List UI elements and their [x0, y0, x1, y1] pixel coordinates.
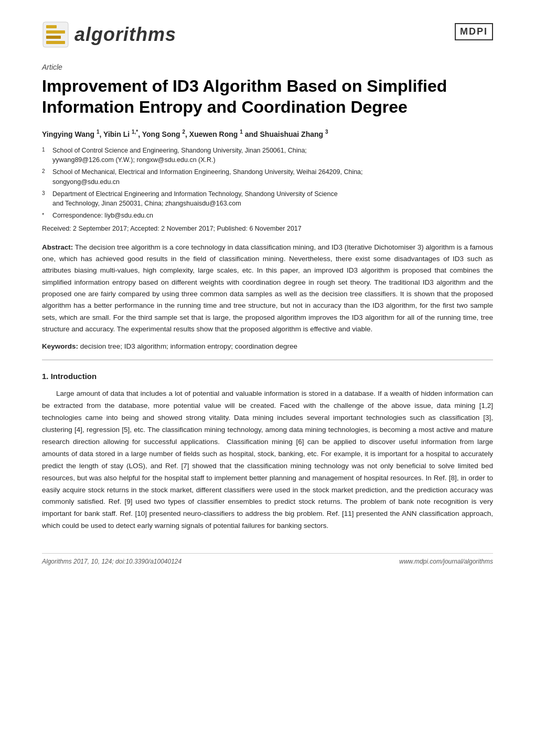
- section-1-title: 1. Introduction: [42, 372, 493, 381]
- ref-4[interactable]: 4: [77, 426, 81, 434]
- logo-icon: [42, 21, 69, 48]
- affil-num-3: 3: [42, 189, 49, 209]
- received-line: Received: 2 September 2017; Accepted: 2 …: [42, 225, 493, 232]
- mdpi-logo: MDPI: [455, 23, 493, 40]
- affil-num-star: *: [42, 211, 49, 221]
- affiliations: 1 School of Control Science and Engineer…: [42, 146, 493, 221]
- abstract-body: The decision tree algorithm is a core te…: [42, 243, 493, 333]
- ref-8[interactable]: 8: [451, 474, 455, 482]
- ref-10[interactable]: 10: [137, 510, 145, 517]
- logo-text: algorithms: [74, 24, 176, 46]
- ref-9[interactable]: 9: [126, 498, 131, 505]
- affil-text-3: Department of Electrical Engineering and…: [52, 189, 338, 209]
- header: algorithms MDPI: [42, 21, 493, 48]
- ref-2[interactable]: 2: [487, 402, 491, 409]
- ref-6[interactable]: 6: [298, 438, 302, 446]
- affiliation-1: 1 School of Control Science and Engineer…: [42, 146, 493, 166]
- ref-7[interactable]: 7: [183, 462, 187, 470]
- affiliation-3: 3 Department of Electrical Engineering a…: [42, 189, 493, 209]
- svg-rect-1: [46, 25, 57, 28]
- affiliation-correspondence: * Correspondence: liyb@sdu.edu.cn: [42, 211, 493, 221]
- affil-text-1: School of Control Science and Engineerin…: [52, 146, 307, 166]
- footer: Algorithms 2017, 10, 124; doi:10.3390/a1…: [42, 553, 493, 565]
- abstract-section: Abstract: The decision tree algorithm is…: [42, 242, 493, 335]
- keywords-body: decision tree; ID3 algorithm; informatio…: [80, 342, 297, 350]
- affil-num-2: 2: [42, 167, 49, 187]
- section-1-paragraph-1: Large amount of data that includes a lot…: [42, 388, 493, 532]
- section-divider: [42, 360, 493, 360]
- affil-text-2: School of Mechanical, Electrical and Inf…: [52, 167, 363, 187]
- affiliation-2: 2 School of Mechanical, Electrical and I…: [42, 167, 493, 187]
- svg-rect-3: [46, 36, 61, 39]
- logo-area: algorithms: [42, 21, 176, 48]
- svg-rect-2: [46, 30, 65, 34]
- ref-1[interactable]: 1: [481, 402, 485, 409]
- page: algorithms MDPI Article Improvement of I…: [0, 0, 535, 756]
- svg-rect-4: [46, 41, 65, 44]
- section-1-body: Large amount of data that includes a lot…: [42, 388, 493, 532]
- abstract-label: Abstract:: [42, 243, 73, 251]
- ref-3[interactable]: 3: [485, 414, 489, 422]
- ref-5[interactable]: 5: [124, 426, 128, 434]
- keywords-label: Keywords:: [42, 342, 78, 350]
- authors: Yingying Wang 1, Yibin Li 1,*, Yong Song…: [42, 129, 493, 138]
- keywords-section: Keywords: decision tree; ID3 algorithm; …: [42, 342, 493, 350]
- footer-right: www.mdpi.com/journal/algorithms: [399, 558, 493, 565]
- article-title: Improvement of ID3 Algorithm Based on Si…: [42, 75, 493, 117]
- footer-left: Algorithms 2017, 10, 124; doi:10.3390/a1…: [42, 558, 181, 565]
- affil-num-1: 1: [42, 146, 49, 166]
- article-label: Article: [42, 63, 493, 71]
- ref-11[interactable]: 11: [344, 510, 352, 517]
- affil-text-star: Correspondence: liyb@sdu.edu.cn: [52, 211, 153, 221]
